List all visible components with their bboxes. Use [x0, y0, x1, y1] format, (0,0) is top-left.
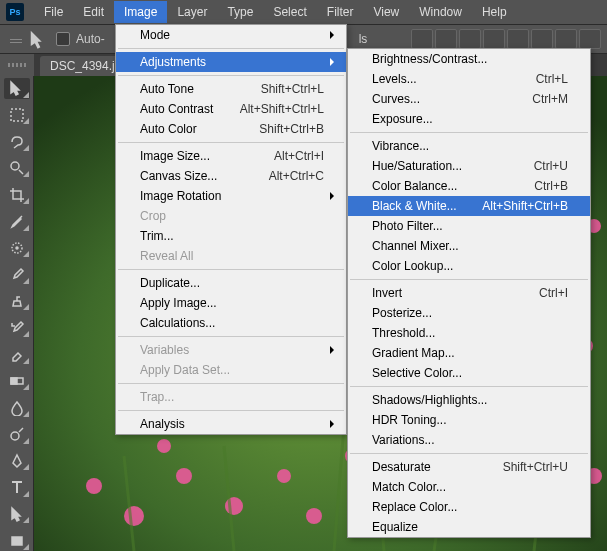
adjust-menu-item-hdr-toning[interactable]: HDR Toning... [348, 410, 590, 430]
menu-item-label: Trim... [140, 229, 174, 243]
path-select-tool[interactable] [4, 504, 30, 525]
image-menu-item-calculations[interactable]: Calculations... [116, 313, 346, 333]
menu-item-label: HDR Toning... [372, 413, 446, 427]
toolbar-grip[interactable] [0, 54, 34, 76]
adjust-menu-item-match-color[interactable]: Match Color... [348, 477, 590, 497]
image-menu: ModeAdjustmentsAuto ToneShift+Ctrl+LAuto… [115, 24, 347, 435]
align-icon[interactable] [531, 29, 553, 49]
image-menu-item-apply-image[interactable]: Apply Image... [116, 293, 346, 313]
svg-rect-37 [12, 537, 22, 545]
menubar-item-window[interactable]: Window [409, 1, 472, 23]
menubar-item-view[interactable]: View [363, 1, 409, 23]
align-icon[interactable] [459, 29, 481, 49]
lasso-tool[interactable] [4, 131, 30, 152]
menubar-item-type[interactable]: Type [217, 1, 263, 23]
adjustments-submenu: Brightness/Contrast...Levels...Ctrl+LCur… [347, 48, 591, 538]
image-menu-item-image-size[interactable]: Image Size...Alt+Ctrl+I [116, 146, 346, 166]
image-menu-item-duplicate[interactable]: Duplicate... [116, 273, 346, 293]
image-menu-item-separator [118, 383, 344, 384]
marquee-tool[interactable] [4, 105, 30, 126]
gradient-tool[interactable] [4, 371, 30, 392]
image-menu-item-auto-color[interactable]: Auto ColorShift+Ctrl+B [116, 119, 346, 139]
adjust-menu-item-black-white[interactable]: Black & White...Alt+Shift+Ctrl+B [348, 196, 590, 216]
adjust-menu-item-vibrance[interactable]: Vibrance... [348, 136, 590, 156]
type-tool[interactable] [4, 477, 30, 498]
menubar-item-edit[interactable]: Edit [73, 1, 114, 23]
adjust-menu-item-color-balance[interactable]: Color Balance...Ctrl+B [348, 176, 590, 196]
adjust-menu-item-levels[interactable]: Levels...Ctrl+L [348, 69, 590, 89]
menu-item-label: Auto Contrast [140, 102, 213, 116]
menu-item-label: Mode [140, 28, 170, 42]
image-menu-item-image-rotation[interactable]: Image Rotation [116, 186, 346, 206]
align-icon[interactable] [555, 29, 577, 49]
adjust-menu-item-equalize[interactable]: Equalize [348, 517, 590, 537]
menubar-item-help[interactable]: Help [472, 1, 517, 23]
menu-item-label: Canvas Size... [140, 169, 217, 183]
image-menu-item-trim[interactable]: Trim... [116, 226, 346, 246]
quick-select-tool[interactable] [4, 158, 30, 179]
image-menu-item-auto-tone[interactable]: Auto ToneShift+Ctrl+L [116, 79, 346, 99]
menu-item-shortcut: Ctrl+I [539, 286, 568, 300]
menubar-item-filter[interactable]: Filter [317, 1, 364, 23]
history-brush-tool[interactable] [4, 317, 30, 338]
image-menu-item-apply-data-set: Apply Data Set... [116, 360, 346, 380]
image-menu-item-adjustments[interactable]: Adjustments [116, 52, 346, 72]
clone-stamp-tool[interactable] [4, 291, 30, 312]
healing-brush-tool[interactable] [4, 238, 30, 259]
adjust-menu-item-threshold[interactable]: Threshold... [348, 323, 590, 343]
rectangle-tool[interactable] [4, 530, 30, 551]
pen-tool[interactable] [4, 451, 30, 472]
adjust-menu-item-gradient-map[interactable]: Gradient Map... [348, 343, 590, 363]
svg-rect-30 [11, 109, 23, 121]
adjust-menu-item-separator [350, 386, 588, 387]
image-menu-item-separator [118, 410, 344, 411]
menubar-item-image[interactable]: Image [114, 1, 167, 23]
menu-item-label: Photo Filter... [372, 219, 443, 233]
align-icon[interactable] [483, 29, 505, 49]
menu-item-label: Adjustments [140, 55, 206, 69]
menu-item-label: Brightness/Contrast... [372, 52, 487, 66]
adjust-menu-item-shadows-highlights[interactable]: Shadows/Highlights... [348, 390, 590, 410]
adjust-menu-item-posterize[interactable]: Posterize... [348, 303, 590, 323]
menu-item-shortcut: Alt+Ctrl+I [274, 149, 324, 163]
menubar-item-layer[interactable]: Layer [167, 1, 217, 23]
adjust-menu-item-desaturate[interactable]: DesaturateShift+Ctrl+U [348, 457, 590, 477]
adjust-menu-item-color-lookup[interactable]: Color Lookup... [348, 256, 590, 276]
adjust-menu-item-replace-color[interactable]: Replace Color... [348, 497, 590, 517]
adjust-menu-item-selective-color[interactable]: Selective Color... [348, 363, 590, 383]
menu-item-label: Curves... [372, 92, 420, 106]
image-menu-item-canvas-size[interactable]: Canvas Size...Alt+Ctrl+C [116, 166, 346, 186]
move-tool[interactable] [4, 78, 30, 99]
image-menu-item-crop: Crop [116, 206, 346, 226]
align-icon[interactable] [411, 29, 433, 49]
eyedropper-tool[interactable] [4, 211, 30, 232]
adjust-menu-item-invert[interactable]: InvertCtrl+I [348, 283, 590, 303]
image-menu-item-auto-contrast[interactable]: Auto ContrastAlt+Shift+Ctrl+L [116, 99, 346, 119]
adjust-menu-item-exposure[interactable]: Exposure... [348, 109, 590, 129]
menubar-item-file[interactable]: File [34, 1, 73, 23]
current-tool-icon[interactable] [28, 28, 50, 50]
adjust-menu-item-photo-filter[interactable]: Photo Filter... [348, 216, 590, 236]
image-menu-item-mode[interactable]: Mode [116, 25, 346, 45]
align-icon[interactable] [435, 29, 457, 49]
adjust-menu-item-curves[interactable]: Curves...Ctrl+M [348, 89, 590, 109]
align-icon[interactable] [579, 29, 601, 49]
menubar-item-select[interactable]: Select [263, 1, 316, 23]
options-trail-text: ls [359, 32, 368, 46]
auto-select-checkbox[interactable] [56, 32, 70, 46]
blur-tool[interactable] [4, 397, 30, 418]
menu-item-label: Invert [372, 286, 402, 300]
image-menu-item-analysis[interactable]: Analysis [116, 414, 346, 434]
align-icon[interactable] [507, 29, 529, 49]
crop-tool[interactable] [4, 184, 30, 205]
adjust-menu-item-variations[interactable]: Variations... [348, 430, 590, 450]
eraser-tool[interactable] [4, 344, 30, 365]
adjust-menu-item-hue-saturation[interactable]: Hue/Saturation...Ctrl+U [348, 156, 590, 176]
adjust-menu-item-brightness-contrast[interactable]: Brightness/Contrast... [348, 49, 590, 69]
svg-point-21 [157, 439, 171, 453]
menu-item-shortcut: Shift+Ctrl+B [259, 122, 324, 136]
brush-tool[interactable] [4, 264, 30, 285]
dodge-tool[interactable] [4, 424, 30, 445]
adjust-menu-item-channel-mixer[interactable]: Channel Mixer... [348, 236, 590, 256]
panel-grip-icon[interactable] [10, 35, 22, 43]
